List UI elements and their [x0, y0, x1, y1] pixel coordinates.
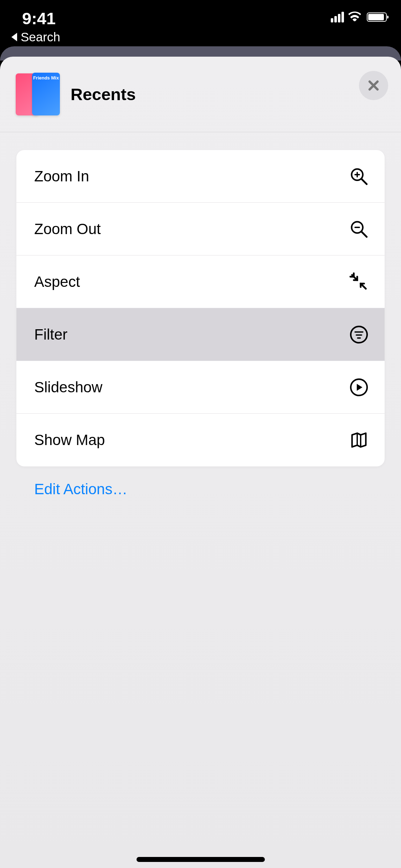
edit-actions-label: Edit Actions…	[34, 481, 127, 497]
map-icon	[348, 429, 370, 451]
action-label: Filter	[34, 326, 348, 343]
action-label: Aspect	[34, 273, 348, 290]
status-time: 9:41	[22, 10, 56, 27]
action-zoom-in[interactable]: Zoom In	[16, 150, 385, 203]
share-sheet: Friends Mix Recents Zoom In Zoom Out	[0, 57, 401, 868]
close-icon	[367, 79, 380, 92]
svg-line-5	[361, 232, 367, 237]
sheet-body: Zoom In Zoom Out Aspect	[0, 132, 401, 498]
status-icons	[331, 11, 387, 23]
back-to-search[interactable]: Search	[11, 30, 60, 44]
actions-list: Zoom In Zoom Out Aspect	[16, 150, 385, 466]
action-filter[interactable]: Filter	[16, 308, 385, 361]
action-label: Slideshow	[34, 379, 348, 396]
preview-thumbnails: Friends Mix	[14, 71, 61, 118]
action-slideshow[interactable]: Slideshow	[16, 361, 385, 414]
edit-actions-link[interactable]: Edit Actions…	[16, 481, 385, 498]
action-label: Show Map	[34, 432, 348, 449]
home-indicator[interactable]	[137, 857, 265, 862]
thumb-primary: Friends Mix	[32, 73, 60, 115]
action-label: Zoom Out	[34, 221, 348, 238]
wifi-icon	[348, 11, 361, 23]
filter-icon	[348, 323, 370, 346]
back-arrow-icon	[11, 33, 17, 41]
back-label: Search	[21, 30, 60, 44]
sheet-header: Friends Mix Recents	[0, 57, 401, 132]
zoom-in-icon	[348, 165, 370, 188]
close-button[interactable]	[359, 71, 388, 100]
svg-line-1	[361, 179, 367, 184]
status-bar: 9:41 Search	[0, 0, 401, 50]
battery-icon	[367, 12, 387, 22]
action-aspect[interactable]: Aspect	[16, 255, 385, 308]
thumb-label: Friends Mix	[33, 76, 59, 81]
sheet-title: Recents	[71, 84, 136, 104]
aspect-icon	[348, 270, 370, 293]
zoom-out-icon	[348, 218, 370, 241]
cellular-signal-icon	[331, 12, 344, 22]
action-zoom-out[interactable]: Zoom Out	[16, 203, 385, 255]
action-show-map[interactable]: Show Map	[16, 414, 385, 466]
action-label: Zoom In	[34, 168, 348, 185]
slideshow-icon	[348, 376, 370, 399]
